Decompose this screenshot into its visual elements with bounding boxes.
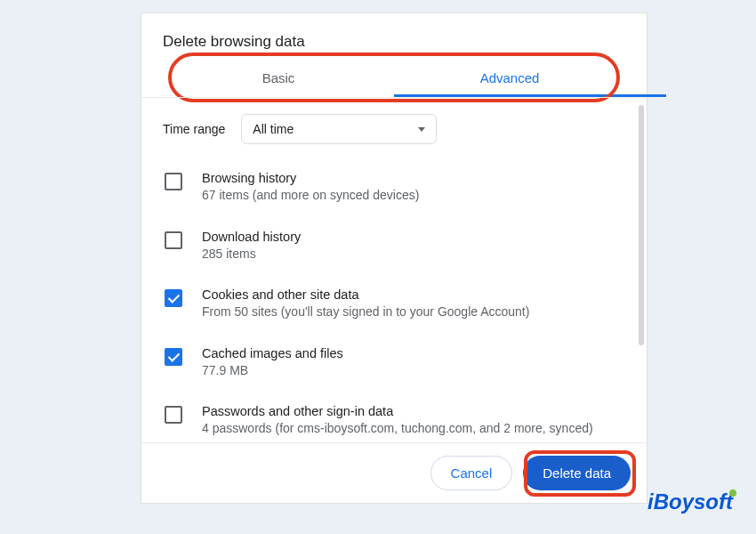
item-desc: From 50 sites (you'll stay signed in to …	[202, 303, 529, 321]
tab-basic[interactable]: Basic	[163, 58, 394, 96]
time-range-label: Time range	[163, 122, 225, 136]
item-title: Passwords and other sign-in data	[202, 404, 593, 418]
logo-dot-icon	[729, 490, 736, 497]
checkbox-passwords[interactable]	[165, 406, 182, 424]
checkbox-cookies[interactable]	[165, 289, 182, 307]
item-title: Browsing history	[202, 171, 419, 185]
checkbox-download-history[interactable]	[165, 231, 182, 249]
item-desc: 77.9 MB	[202, 362, 343, 380]
tabs-container: Basic Advanced	[141, 58, 647, 97]
time-range-row: Time range All time	[163, 114, 625, 144]
dialog-content: Time range All time Browsing history 67 …	[141, 97, 647, 442]
item-desc: 285 items	[202, 246, 301, 263]
tabs: Basic Advanced	[163, 58, 625, 97]
item-title: Cached images and files	[202, 346, 343, 360]
list-item: Download history 285 items	[163, 221, 625, 279]
checkbox-browsing-history[interactable]	[165, 173, 182, 190]
dialog-footer: Cancel Delete data	[141, 442, 647, 503]
list-item: Passwords and other sign-in data 4 passw…	[163, 395, 625, 442]
checkbox-cached[interactable]	[165, 348, 182, 366]
scrollbar[interactable]	[639, 105, 644, 345]
list-item: Cached images and files 77.9 MB	[163, 337, 625, 396]
item-desc: 4 passwords (for cms-iboysoft.com, tucho…	[202, 420, 593, 438]
tab-advanced[interactable]: Advanced	[394, 58, 625, 96]
list-item: Browsing history 67 items (and more on s…	[163, 162, 625, 221]
item-title: Cookies and other site data	[202, 287, 529, 302]
item-desc: 67 items (and more on synced devices)	[202, 187, 419, 205]
list-item: Cookies and other site data From 50 site…	[163, 279, 625, 337]
delete-browsing-data-dialog: Delete browsing data Basic Advanced Time…	[141, 12, 647, 504]
dialog-title: Delete browsing data	[141, 13, 647, 58]
delete-data-button[interactable]: Delete data	[523, 456, 631, 490]
item-title: Download history	[202, 230, 301, 244]
watermark-logo: iBoysoft	[647, 490, 736, 514]
dropdown-caret-icon	[418, 127, 425, 132]
cancel-button[interactable]: Cancel	[430, 456, 513, 490]
scroll-area: Time range All time Browsing history 67 …	[141, 98, 647, 442]
time-range-value: All time	[253, 122, 294, 136]
time-range-select[interactable]: All time	[241, 114, 437, 144]
